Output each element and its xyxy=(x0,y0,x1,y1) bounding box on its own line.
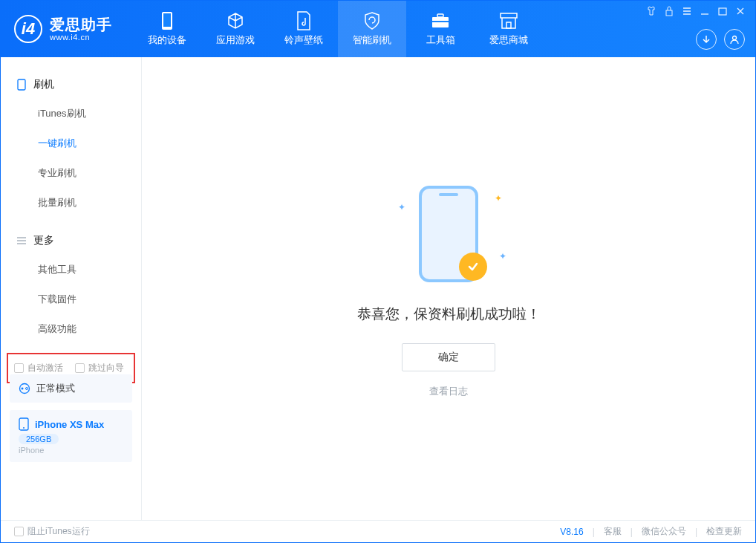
app-header: i4 爱思助手 www.i4.cn 我的设备 应用游戏 铃声壁纸 智能刷机 工具… xyxy=(1,1,755,57)
sync-icon xyxy=(19,383,30,394)
version-label: V8.16 xyxy=(560,527,583,537)
header-actions xyxy=(696,29,745,50)
app-subtitle: www.i4.cn xyxy=(50,33,112,42)
sparkle-icon: ✦ xyxy=(495,193,502,204)
menu-icon[interactable] xyxy=(681,5,693,17)
list-icon xyxy=(16,235,27,247)
tab-label: 工具箱 xyxy=(426,33,455,47)
tab-label: 铃声壁纸 xyxy=(284,33,323,47)
sidebar: 刷机 iTunes刷机 一键刷机 专业刷机 批量刷机 更多 其他工具 下载固件 … xyxy=(1,57,142,520)
footer-right: V8.16 | 客服 | 微信公众号 | 检查更新 xyxy=(560,525,742,538)
tab-my-device[interactable]: 我的设备 xyxy=(133,1,201,57)
svg-point-14 xyxy=(23,427,25,429)
tab-label: 应用游戏 xyxy=(216,33,255,47)
main-content: ✦ ✦ ✦ 恭喜您，保资料刷机成功啦！ 确定 查看日志 xyxy=(142,57,755,520)
svg-rect-9 xyxy=(18,79,25,90)
minimize-icon[interactable] xyxy=(699,5,711,17)
toolbox-icon xyxy=(431,11,450,30)
checkbox-auto-activate[interactable]: 自动激活 xyxy=(14,362,63,374)
success-message: 恭喜您，保资料刷机成功啦！ xyxy=(357,305,541,324)
svg-point-11 xyxy=(22,388,24,390)
check-badge-icon xyxy=(459,253,487,281)
view-log-link[interactable]: 查看日志 xyxy=(429,385,468,398)
lock-icon[interactable] xyxy=(663,5,675,17)
svg-rect-7 xyxy=(719,8,726,15)
sidebar-item-download-firmware[interactable]: 下载固件 xyxy=(1,284,141,314)
tab-label: 爱思商城 xyxy=(489,33,528,47)
footer-left: 阻止iTunes运行 xyxy=(14,525,90,538)
section-label: 更多 xyxy=(33,234,54,247)
svg-point-12 xyxy=(26,388,28,390)
svg-rect-6 xyxy=(666,10,672,16)
phone-icon xyxy=(19,417,29,431)
cube-icon xyxy=(226,11,245,30)
body: 刷机 iTunes刷机 一键刷机 专业刷机 批量刷机 更多 其他工具 下载固件 … xyxy=(1,57,755,520)
support-link[interactable]: 客服 xyxy=(604,525,622,538)
device-mode-box[interactable]: 正常模式 xyxy=(10,374,132,403)
sparkle-icon: ✦ xyxy=(499,251,506,261)
close-icon[interactable] xyxy=(734,5,746,17)
tab-flash[interactable]: 智能刷机 xyxy=(338,1,406,57)
check-update-link[interactable]: 检查更新 xyxy=(706,525,742,538)
logo-icon: i4 xyxy=(14,15,42,43)
tab-apps[interactable]: 应用游戏 xyxy=(201,1,270,57)
option-label: 自动激活 xyxy=(27,362,63,374)
window-controls xyxy=(645,5,746,17)
device-info-box[interactable]: iPhone XS Max 256GB iPhone xyxy=(10,410,132,462)
music-file-icon xyxy=(294,11,313,30)
svg-point-8 xyxy=(733,36,737,40)
sidebar-section-more: 更多 xyxy=(1,227,141,255)
svg-rect-5 xyxy=(506,22,511,28)
sidebar-item-advanced[interactable]: 高级功能 xyxy=(1,314,141,344)
wechat-link[interactable]: 微信公众号 xyxy=(642,525,686,538)
sidebar-item-pro-flash[interactable]: 专业刷机 xyxy=(1,158,141,188)
mode-label: 正常模式 xyxy=(36,382,75,395)
sparkle-icon: ✦ xyxy=(398,202,405,212)
device-icon xyxy=(16,79,27,91)
tab-toolbox[interactable]: 工具箱 xyxy=(406,1,475,57)
svg-rect-3 xyxy=(437,14,443,17)
svg-rect-1 xyxy=(163,13,171,27)
section-label: 刷机 xyxy=(33,78,54,91)
checkbox-skip-guide[interactable]: 跳过向导 xyxy=(75,362,124,374)
shield-refresh-icon xyxy=(362,11,382,30)
logo: i4 爱思助手 www.i4.cn xyxy=(1,15,126,43)
user-button[interactable] xyxy=(724,29,745,50)
sidebar-section-flash: 刷机 xyxy=(1,71,141,99)
device-capacity: 256GB xyxy=(19,434,59,444)
sidebar-item-itunes-flash[interactable]: iTunes刷机 xyxy=(1,99,141,129)
svg-rect-4 xyxy=(432,21,449,22)
sidebar-item-other-tools[interactable]: 其他工具 xyxy=(1,255,141,284)
maximize-icon[interactable] xyxy=(717,5,729,17)
device-name: iPhone XS Max xyxy=(35,419,104,430)
option-label: 阻止iTunes运行 xyxy=(27,525,90,538)
sidebar-item-oneclick-flash[interactable]: 一键刷机 xyxy=(1,129,141,158)
tab-ringtone[interactable]: 铃声壁纸 xyxy=(270,1,338,57)
phone-icon xyxy=(157,11,177,30)
shirt-icon[interactable] xyxy=(645,5,657,17)
tab-label: 我的设备 xyxy=(148,33,186,47)
sidebar-item-batch-flash[interactable]: 批量刷机 xyxy=(1,188,141,218)
option-label: 跳过向导 xyxy=(88,362,124,374)
footer: 阻止iTunes运行 V8.16 | 客服 | 微信公众号 | 检查更新 xyxy=(1,520,755,542)
download-button[interactable] xyxy=(696,29,717,50)
tab-store[interactable]: 爱思商城 xyxy=(475,1,543,57)
app-title: 爱思助手 xyxy=(50,16,112,33)
nav-tabs: 我的设备 应用游戏 铃声壁纸 智能刷机 工具箱 爱思商城 xyxy=(133,1,543,57)
store-icon xyxy=(499,11,518,30)
ok-button[interactable]: 确定 xyxy=(402,343,495,371)
success-illustration: ✦ ✦ ✦ xyxy=(389,180,508,291)
device-type: iPhone xyxy=(19,446,123,455)
checkbox-stop-itunes[interactable]: 阻止iTunes运行 xyxy=(14,525,90,538)
tab-label: 智能刷机 xyxy=(353,33,391,47)
